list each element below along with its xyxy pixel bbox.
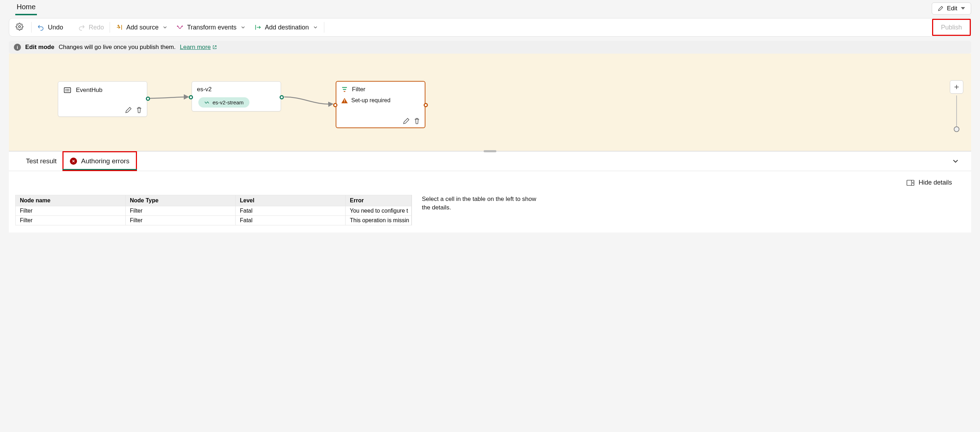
zoom-slider[interactable] xyxy=(956,96,957,129)
learn-more-label: Learn more xyxy=(180,44,211,51)
port-out[interactable] xyxy=(146,97,150,101)
node-esv2-title: es-v2 xyxy=(197,86,212,93)
tab-test-result[interactable]: Test result xyxy=(20,151,62,171)
toolbar: Undo Redo Add source Transform events Ad… xyxy=(9,18,971,37)
svg-point-2 xyxy=(182,26,183,27)
node-esv2[interactable]: es-v2 es-v2-stream xyxy=(192,81,281,112)
node-filter-title: Filter xyxy=(352,86,366,93)
tab-authoring-errors[interactable]: Authoring errors xyxy=(62,151,137,171)
pencil-icon xyxy=(938,6,943,11)
svg-point-6 xyxy=(68,89,69,90)
svg-point-1 xyxy=(177,26,178,27)
zoom-thumb[interactable] xyxy=(954,126,959,132)
gear-icon xyxy=(16,23,24,30)
node-filter[interactable]: Filter Set-up required xyxy=(336,81,425,128)
external-link-icon xyxy=(212,45,217,50)
redo-icon xyxy=(78,24,85,31)
hide-details-icon xyxy=(907,180,914,186)
table-row[interactable]: Filter Filter Fatal This operation is mi… xyxy=(16,215,412,225)
edit-button[interactable]: Edit xyxy=(932,3,971,14)
collapse-panel-icon[interactable] xyxy=(951,157,960,166)
eventhub-icon xyxy=(63,86,72,94)
add-destination-icon xyxy=(255,24,261,31)
svg-point-9 xyxy=(68,91,69,91)
redo-label: Redo xyxy=(89,24,104,31)
col-node-name[interactable]: Node name xyxy=(16,195,126,206)
filter-warning-text: Set-up required xyxy=(351,97,390,104)
hide-details-button[interactable]: Hide details xyxy=(9,171,971,191)
add-source-icon xyxy=(116,24,123,31)
panel-tabs: Test result Authoring errors xyxy=(9,151,971,171)
chevron-down-icon xyxy=(313,24,318,30)
chevron-down-icon xyxy=(240,24,246,30)
edges xyxy=(9,54,971,151)
chevron-down-icon xyxy=(162,24,168,30)
svg-rect-3 xyxy=(64,88,71,92)
publish-label: Publish xyxy=(941,24,962,31)
learn-more-link[interactable]: Learn more xyxy=(180,44,217,51)
table-row[interactable]: Filter Filter Fatal You need to configur… xyxy=(16,206,412,215)
add-node-button[interactable]: + xyxy=(950,80,963,94)
info-bar: i Edit mode Changes will go live once yo… xyxy=(9,41,971,54)
svg-point-0 xyxy=(18,26,21,28)
port-out[interactable] xyxy=(280,95,284,99)
warning-icon xyxy=(341,98,348,103)
cell-level[interactable]: Fatal xyxy=(235,206,345,215)
undo-icon xyxy=(37,24,45,31)
edit-label: Edit xyxy=(947,5,957,12)
undo-label: Undo xyxy=(48,24,63,31)
transform-events-button[interactable]: Transform events xyxy=(172,22,250,33)
trash-icon[interactable] xyxy=(135,107,143,113)
info-mode: Edit mode xyxy=(25,44,54,51)
col-level[interactable]: Level xyxy=(235,195,345,206)
cell-error[interactable]: You need to configure t xyxy=(345,206,412,215)
publish-button[interactable]: Publish xyxy=(932,19,971,36)
chevron-down-icon xyxy=(961,7,965,10)
filter-icon xyxy=(341,86,348,92)
add-destination-label: Add destination xyxy=(265,24,309,31)
transform-icon xyxy=(177,24,183,31)
redo-button[interactable]: Redo xyxy=(74,22,108,33)
cell-level[interactable]: Fatal xyxy=(235,215,345,225)
settings-button[interactable] xyxy=(9,23,30,32)
col-node-type[interactable]: Node Type xyxy=(126,195,235,206)
port-in[interactable] xyxy=(189,95,193,99)
hide-details-label: Hide details xyxy=(919,179,952,187)
svg-point-8 xyxy=(67,91,68,91)
tab-authoring-errors-label: Authoring errors xyxy=(81,157,129,165)
page-header: Home Edit xyxy=(9,0,971,15)
error-badge-icon xyxy=(70,158,77,165)
cell-name[interactable]: Filter xyxy=(16,215,126,225)
filter-warning: Set-up required xyxy=(336,97,425,104)
pencil-icon[interactable] xyxy=(403,118,410,124)
cell-name[interactable]: Filter xyxy=(16,206,126,215)
flow-canvas[interactable]: EventHub es-v2 es-v2-stream Fil xyxy=(9,54,971,151)
add-source-label: Add source xyxy=(126,24,159,31)
svg-point-7 xyxy=(66,91,66,91)
trash-icon[interactable] xyxy=(414,118,420,124)
add-source-button[interactable]: Add source xyxy=(111,22,172,33)
port-out[interactable] xyxy=(424,103,428,107)
stream-icon xyxy=(204,100,210,105)
col-error[interactable]: Error xyxy=(345,195,412,206)
details-placeholder: Select a cell in the table on the left t… xyxy=(422,195,542,225)
add-destination-button[interactable]: Add destination xyxy=(250,22,323,33)
pencil-icon[interactable] xyxy=(125,107,132,113)
stream-pill[interactable]: es-v2-stream xyxy=(198,97,250,108)
tab-home[interactable]: Home xyxy=(15,2,37,15)
svg-rect-10 xyxy=(907,180,914,185)
node-eventhub[interactable]: EventHub xyxy=(58,81,147,117)
cell-error[interactable]: This operation is missin xyxy=(345,215,412,225)
cell-type[interactable]: Filter xyxy=(126,215,235,225)
svg-point-5 xyxy=(67,89,68,90)
info-icon: i xyxy=(14,44,21,51)
undo-button[interactable]: Undo xyxy=(33,22,67,33)
cell-type[interactable]: Filter xyxy=(126,206,235,215)
results-panel: Test result Authoring errors Hide detail… xyxy=(9,151,971,233)
port-in[interactable] xyxy=(333,103,337,107)
node-eventhub-title: EventHub xyxy=(76,87,103,94)
svg-point-4 xyxy=(66,89,66,90)
info-message: Changes will go live once you publish th… xyxy=(59,44,176,51)
transform-label: Transform events xyxy=(187,24,236,31)
errors-table: Node name Node Type Level Error Filter F… xyxy=(15,195,412,225)
